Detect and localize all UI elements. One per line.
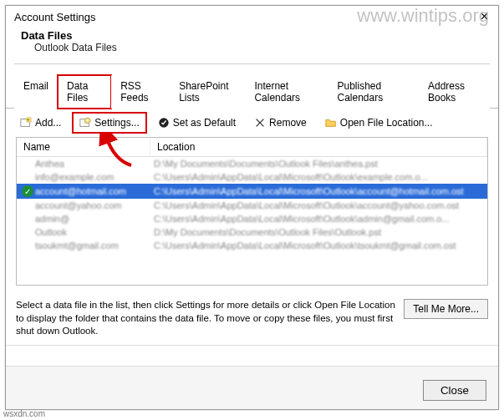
tab-data-files[interactable]: Data Files — [58, 75, 111, 109]
row-location: D:\My Documents\Documents\Outlook Files\… — [154, 159, 487, 169]
open-file-location-button[interactable]: Open File Location... — [319, 114, 439, 132]
row-name: tsoukmt@gmail.com — [35, 240, 154, 250]
tab-published-calendars[interactable]: Published Calendars — [328, 75, 418, 109]
row-location: C:\Users\Admin\AppData\Local\Microsoft\O… — [154, 200, 487, 210]
row-name: account@yahoo.com — [35, 200, 154, 210]
data-files-list[interactable]: Name Location Anthea D:\My Documents\Doc… — [16, 137, 488, 286]
row-name: admin@ — [35, 214, 154, 224]
list-row[interactable]: admin@ C:\Users\Admin\AppData\Local\Micr… — [17, 212, 487, 225]
remove-button[interactable]: Remove — [248, 114, 313, 132]
close-button[interactable]: Close — [423, 380, 486, 401]
set-default-button[interactable]: Set as Default — [152, 114, 242, 132]
row-location: C:\Users\Admin\AppData\Local\Microsoft\O… — [154, 240, 487, 250]
titlebar: Account Settings × — [6, 6, 498, 26]
tab-sharepoint-lists[interactable]: SharePoint Lists — [170, 75, 245, 109]
subheader-title: Data Files — [21, 29, 483, 42]
close-icon[interactable]: × — [477, 9, 491, 24]
list-row[interactable]: info@example.com C:\Users\Admin\AppData\… — [17, 170, 487, 184]
default-checkmark-icon: ✓ — [22, 185, 33, 197]
svg-point-4 — [87, 119, 89, 121]
dialog-subheader: Data Files Outlook Data Files — [6, 26, 498, 60]
subheader-desc: Outlook Data Files — [21, 42, 483, 53]
list-row[interactable]: Outlook D:\My Documents\Documents\Outloo… — [17, 225, 487, 239]
settings-icon — [79, 117, 91, 129]
remove-label: Remove — [269, 117, 307, 129]
row-location: D:\My Documents\Documents\Outlook Files\… — [154, 227, 487, 237]
row-name: Anthea — [35, 159, 154, 169]
row-name: account@hotmail.com — [35, 186, 154, 196]
column-header-name[interactable]: Name — [17, 138, 150, 156]
tabs: Email Data Files RSS Feeds SharePoint Li… — [6, 64, 498, 109]
tell-me-more-button[interactable]: Tell Me More... — [404, 299, 488, 319]
dialog-title: Account Settings — [14, 11, 96, 23]
open-file-location-label: Open File Location... — [340, 117, 433, 129]
footer-help-text: Select a data file in the list, then cli… — [16, 299, 395, 338]
list-row[interactable]: account@yahoo.com C:\Users\Admin\AppData… — [17, 199, 487, 212]
tab-internet-calendars[interactable]: Internet Calendars — [245, 75, 328, 109]
row-location: C:\Users\Admin\AppData\Local\Microsoft\O… — [154, 186, 487, 196]
source-site-text: wsxdn.com — [3, 409, 45, 418]
row-name: info@example.com — [35, 172, 154, 182]
toolbar: Add... Settings... Set as Default Remove — [6, 109, 498, 137]
add-icon — [20, 117, 32, 129]
remove-x-icon — [254, 117, 266, 129]
settings-button[interactable]: Settings... — [74, 114, 145, 132]
list-row[interactable]: Anthea D:\My Documents\Documents\Outlook… — [17, 157, 487, 170]
folder-open-icon — [325, 117, 337, 129]
row-location: C:\Users\Admin\AppData\Local\Microsoft\O… — [154, 172, 487, 182]
set-default-label: Set as Default — [173, 117, 236, 129]
add-label: Add... — [35, 117, 61, 129]
list-row[interactable]: ✓ account@hotmail.com C:\Users\Admin\App… — [17, 184, 487, 199]
column-header-location[interactable]: Location — [150, 138, 487, 156]
row-default-indicator: ✓ — [20, 185, 35, 197]
tab-address-books[interactable]: Address Books — [419, 75, 490, 109]
tab-rss-feeds[interactable]: RSS Feeds — [111, 75, 170, 109]
dialog-button-bar: Close — [6, 366, 498, 409]
account-settings-dialog: Account Settings × Data Files Outlook Da… — [5, 5, 499, 410]
add-button[interactable]: Add... — [14, 114, 67, 132]
list-row[interactable]: tsoukmt@gmail.com C:\Users\Admin\AppData… — [17, 239, 487, 252]
settings-label: Settings... — [94, 117, 139, 129]
row-name: Outlook — [35, 227, 154, 237]
row-location: C:\Users\Admin\AppData\Local\Microsoft\O… — [154, 214, 487, 224]
list-header: Name Location — [17, 138, 487, 157]
footer: Select a data file in the list, then cli… — [6, 292, 498, 346]
check-circle-icon — [158, 117, 170, 129]
tab-email[interactable]: Email — [14, 75, 58, 109]
